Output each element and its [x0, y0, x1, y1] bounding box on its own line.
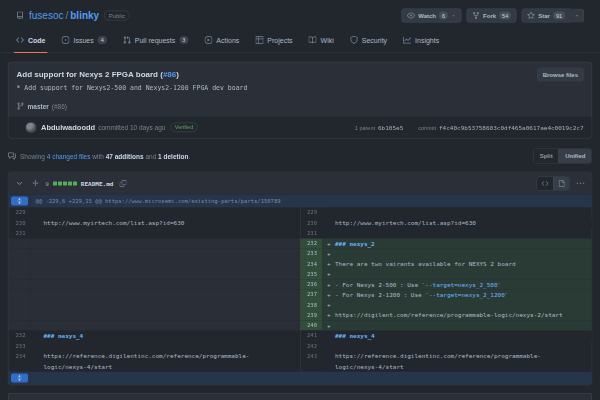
browse-files-button[interactable]: Browse files: [537, 68, 583, 82]
tab-projects-label: Projects: [267, 36, 292, 44]
commit-box: Browse files Add support for Nexys 2 FPG…: [8, 62, 592, 139]
tab-code[interactable]: Code: [8, 27, 54, 53]
repo-breadcrumb: fusesoc/blinky: [29, 10, 99, 22]
line-number[interactable]: [9, 238, 31, 248]
copy-icon[interactable]: [117, 178, 128, 189]
issue-opened-icon: [62, 36, 70, 44]
line-number[interactable]: 240: [300, 320, 322, 330]
tab-wiki[interactable]: Wiki: [301, 27, 342, 53]
branch-link[interactable]: master: [28, 102, 49, 110]
commit-time: committed 10 days ago: [98, 124, 165, 132]
line-number[interactable]: 235: [300, 269, 322, 279]
star-caret-button[interactable]: [571, 9, 585, 23]
star-caret-icon: [575, 13, 580, 18]
commit-pr-link[interactable]: #86: [163, 70, 176, 79]
diffstat-block: [53, 181, 57, 185]
line-number[interactable]: [9, 290, 31, 300]
code-line: +: [322, 249, 592, 259]
code-line: https://reference.digilentinc.com/refere…: [322, 351, 592, 372]
line-number[interactable]: [9, 310, 31, 320]
line-number[interactable]: 231: [9, 228, 31, 238]
line-number[interactable]: 241: [300, 331, 322, 341]
addition-marker: +: [327, 300, 331, 310]
code-line: +- For Nexys 2-500 : Use `--target=nexys…: [322, 279, 592, 289]
author-avatar[interactable]: [26, 122, 37, 133]
split-view-button[interactable]: Split: [534, 149, 559, 163]
watch-button[interactable]: Watch 6: [402, 9, 462, 23]
bottom-expander-row: [31, 372, 592, 385]
repo-slash: /: [63, 10, 70, 21]
line-number[interactable]: 231: [300, 228, 322, 238]
tab-projects[interactable]: Projects: [247, 27, 300, 53]
line-number[interactable]: [9, 320, 31, 330]
code-line: [31, 228, 301, 238]
line-number[interactable]: 230: [300, 218, 322, 228]
repo-owner-link[interactable]: fusesoc: [29, 10, 63, 21]
line-number[interactable]: 232: [300, 238, 322, 248]
line-number[interactable]: 229: [9, 208, 31, 218]
line-number[interactable]: 239: [300, 310, 322, 320]
tab-issues[interactable]: Issues 4: [54, 27, 115, 53]
verified-badge[interactable]: Verified: [170, 123, 197, 133]
expand-hunk-up-button[interactable]: [11, 197, 28, 206]
diffstat-block: [58, 181, 62, 185]
line-number[interactable]: 238: [300, 300, 322, 310]
code-line: http://www.myirtech.com/list.asp?id=630: [322, 218, 592, 228]
line-number[interactable]: 232: [9, 331, 31, 341]
tab-insights[interactable]: Insights: [395, 27, 447, 53]
line-number[interactable]: 229: [300, 208, 322, 218]
fork-icon: [472, 12, 480, 20]
star-button[interactable]: Star 91: [522, 9, 571, 23]
line-number[interactable]: [9, 259, 31, 269]
code-line: ### nexys_4: [31, 331, 301, 341]
file-name-link[interactable]: README.md: [81, 180, 114, 187]
collapse-file-chevron-icon[interactable]: [14, 177, 26, 189]
author-name-link[interactable]: Abdulwadoodd: [41, 123, 95, 132]
empty-diff-cell: [31, 290, 301, 300]
github-commit-page: fusesoc/blinky Public Watch 6 Fork 54: [0, 0, 600, 400]
tab-pull-requests-label: Pull requests: [135, 36, 175, 44]
tab-pull-requests[interactable]: Pull requests 3: [115, 27, 197, 53]
line-number[interactable]: [9, 249, 31, 259]
star-count: 91: [553, 12, 565, 20]
line-number[interactable]: 233: [9, 341, 31, 351]
line-number[interactable]: 237: [300, 290, 322, 300]
tab-security[interactable]: Security: [342, 27, 395, 53]
line-number[interactable]: 243: [300, 351, 322, 372]
line-number[interactable]: 233: [300, 249, 322, 259]
line-number[interactable]: 236: [300, 279, 322, 289]
parent-label: 1 parent: [355, 124, 375, 130]
fork-button[interactable]: Fork 54: [467, 9, 517, 23]
tab-insights-label: Insights: [415, 36, 439, 44]
line-number[interactable]: [9, 279, 31, 289]
addition-marker: +: [327, 290, 331, 300]
expand-hunk-down-button[interactable]: [11, 374, 28, 383]
line-number[interactable]: [9, 269, 31, 279]
rich-diff-button[interactable]: [553, 177, 569, 190]
commit-label: commit: [418, 124, 436, 130]
line-number[interactable]: 230: [9, 218, 31, 228]
repo-name-link[interactable]: blinky: [70, 10, 99, 21]
repo-title-row: fusesoc/blinky Public Watch 6 Fork 54: [16, 7, 584, 24]
summary-and: and: [145, 152, 156, 160]
empty-diff-cell: [31, 259, 301, 269]
line-number[interactable]: 234: [9, 351, 31, 372]
source-view-button[interactable]: [537, 177, 553, 190]
changed-files-link[interactable]: 4 changed files: [47, 152, 91, 160]
code-segment-plain: https://reference.digilentinc.com/refere…: [335, 353, 541, 370]
tab-actions[interactable]: Actions: [196, 27, 247, 53]
line-number[interactable]: [9, 300, 31, 310]
line-number[interactable]: 242: [300, 341, 322, 351]
file-diff-icon[interactable]: [8, 152, 16, 160]
kebab-menu-icon[interactable]: [575, 177, 587, 189]
diffstat-block: [63, 181, 67, 185]
tab-code-label: Code: [28, 36, 46, 44]
line-number[interactable]: 234: [300, 259, 322, 269]
parent-sha-link[interactable]: 6b105e5: [378, 124, 403, 131]
star-label: Star: [538, 12, 550, 19]
book-icon: [309, 36, 317, 44]
diffstat-block: [68, 181, 72, 185]
unified-view-button[interactable]: Unified: [559, 149, 592, 163]
move-arrows-icon[interactable]: [30, 177, 42, 189]
commit-head: Browse files Add support for Nexys 2 FPG…: [9, 63, 592, 97]
